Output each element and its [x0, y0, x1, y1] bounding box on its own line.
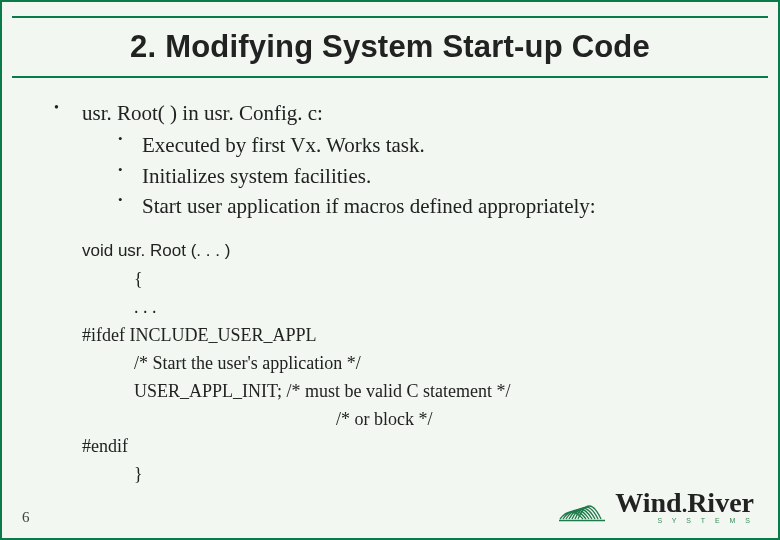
bullet-sub-1: Initializes system facilities.: [110, 161, 738, 191]
slide-container: 2. Modifying System Start-up Code usr. R…: [0, 0, 780, 540]
logo-word-1: Wind: [615, 487, 681, 518]
code-header: void usr. Root (. . . ): [82, 238, 738, 264]
bullet-outer-list: usr. Root( ) in usr. Config. c: Executed…: [42, 98, 738, 222]
bullet-sub-2: Start user application if macros defined…: [110, 191, 738, 221]
windriver-mark-icon: [559, 489, 605, 523]
code-lines: {. . .#ifdef INCLUDE_USER_APPL/* Start t…: [82, 266, 738, 489]
bullet-main: usr. Root( ) in usr. Config. c: Executed…: [42, 98, 738, 222]
code-line-2: #ifdef INCLUDE_USER_APPL: [82, 322, 738, 350]
bullet-sub-0: Executed by first Vx. Works task.: [110, 130, 738, 160]
logo-text: Wind.River: [615, 487, 754, 519]
title-bar: 2. Modifying System Start-up Code: [12, 16, 768, 78]
bullet-inner-list: Executed by first Vx. Works task. Initia…: [82, 130, 738, 221]
code-line-3: /* Start the user's application */: [82, 350, 738, 378]
code-line-6: #endif: [82, 433, 738, 461]
code-line-1: . . .: [82, 294, 738, 322]
bullet-main-text: usr. Root( ) in usr. Config. c:: [82, 101, 323, 125]
code-line-0: {: [82, 266, 738, 294]
logo-text-stack: Wind.River S Y S T E M S: [615, 487, 754, 524]
code-line-5: /* or block */: [82, 406, 738, 434]
slide-content: usr. Root( ) in usr. Config. c: Executed…: [42, 98, 738, 489]
slide-title: 2. Modifying System Start-up Code: [130, 29, 650, 65]
code-line-7: }: [82, 461, 738, 489]
page-number: 6: [22, 509, 30, 526]
company-logo: Wind.River S Y S T E M S: [559, 487, 754, 524]
code-line-4: USER_APPL_INIT; /* must be valid C state…: [82, 378, 738, 406]
code-block: void usr. Root (. . . ) {. . .#ifdef INC…: [42, 238, 738, 489]
logo-tagline: S Y S T E M S: [657, 517, 754, 524]
logo-word-2: River: [687, 487, 754, 518]
